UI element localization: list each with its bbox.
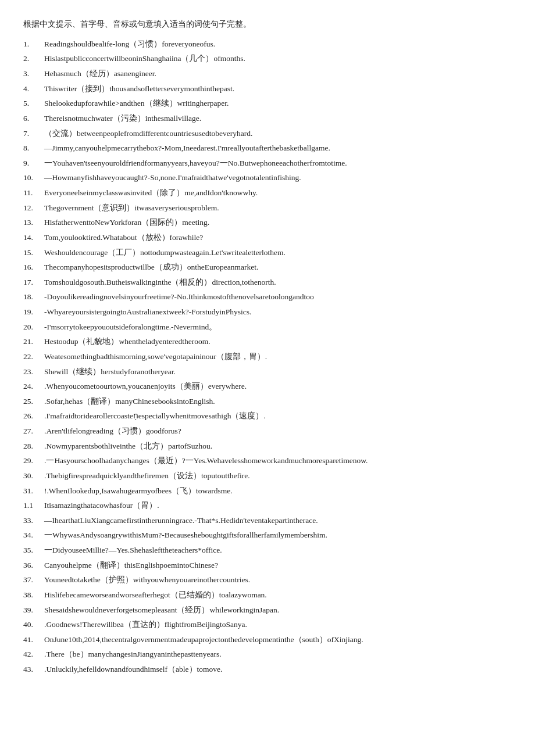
item-text: 一WhywasAndysoangrywithisMum?-Becausesheb… [44,528,327,542]
item-number: 18. [23,290,42,304]
item-text: Weshouldencourage（工厂）nottodumpwasteagain… [44,246,286,260]
item-text: Shelookedupforawhile>andthen（继续）writingh… [44,96,229,110]
item-text: Itisamazingthatacowhasfour（胃）. [44,499,159,513]
item-number: 3. [23,67,42,81]
list-item: 39.Shesaidshewouldneverforgetsomepleasan… [23,603,512,617]
item-text: Hestoodup（礼貌地）whentheladyenteredtheroom. [44,335,211,349]
item-text: -WhyareyoursistergoingtoAustralianextwee… [44,305,251,319]
item-number: 25. [23,395,42,409]
item-text: .Aren'tlifelongreading（习惯）goodforus? [44,424,181,438]
item-text: Youneedtotakethe（护照）withyouwhenyouareino… [44,573,250,587]
list-item: 4.Thiswriter（接到）thousandsofletterseverym… [23,82,512,96]
item-text: Thecompanyhopesitsproductwillbe（成功）onthe… [44,260,258,274]
item-number: 12. [23,201,42,215]
item-text: HisfatherwenttoNewYorkforan（国际的）meeting. [44,216,209,230]
list-item: 18.-Doyoulikereadingnovelsinyourfreetime… [23,290,512,304]
item-number: 34. [23,528,42,542]
item-number: 2. [23,52,42,66]
list-item: 11.Everyoneelseinmyclasswasinvited（除了）me… [23,186,512,200]
item-number: 31. [23,484,42,498]
item-text: .Goodnews!Therewillbea（直达的）flightfromBei… [44,618,247,632]
item-number: 13. [23,216,42,230]
list-item: 3.Hehasmuch（经历）asanengineer. [23,67,512,81]
list-item: 35.一DidyouseeMillie?—Yes.Shehasleftthete… [23,543,512,557]
list-item: 26..I'mafraidtoridearollercoasteṇespecia… [23,409,512,423]
item-number: 38. [23,588,42,602]
item-text: —IhearthatLiuXiangcamefirstintherunningr… [44,514,318,528]
item-text: .Nowmyparentsbothliveinthe（北方）partofSuzh… [44,439,212,453]
item-number: 33. [23,514,42,528]
list-item: 21.Hestoodup（礼貌地）whentheladyenteredthero… [23,335,512,349]
list-item: 29..一Hasyourschoolhadanychanges（最近）?一Yes… [23,454,512,468]
item-text: Everyoneelseinmyclasswasinvited（除了）me,an… [44,186,258,200]
item-number: 35. [23,543,42,557]
item-text: .Whenyoucometoourtown,youcanenjoyits（美丽）… [44,379,247,393]
list-item: 24..Whenyoucometoourtown,youcanenjoyits（… [23,379,512,393]
item-number: 7. [23,127,42,141]
item-number: 11. [23,186,42,200]
item-text: Thereisnotmuchwater（污染）inthesmallvillage… [44,112,201,126]
item-text: Tomshouldgosouth.Butheiswalkinginthe（相反的… [44,275,276,289]
list-item: 19.-WhyareyoursistergoingtoAustralianext… [23,305,512,319]
list-item: 43..Unluckily,hefelldownandfoundhimself（… [23,662,512,676]
item-number: 24. [23,379,42,393]
item-number: 39. [23,603,42,617]
item-text: OnJune10th,2014,thecentralgovernmentmade… [44,633,363,647]
list-item: 2.HislastpublicconcertwillbeoninShanghai… [23,52,512,66]
list-item: 10.—Howmanyfishhaveyoucaught?-So,none.I'… [23,171,512,185]
list-item: 34.一WhywasAndysoangrywithisMum?-Becauses… [23,528,512,542]
item-text: .I'mafraidtoridearollercoasteṇespecially… [44,409,266,423]
list-item: 28..Nowmyparentsbothliveinthe（北方）partofS… [23,439,512,453]
item-number: 42. [23,647,42,661]
list-item: 9.一Youhaven'tseenyouroldfriendformanyyea… [23,156,512,170]
item-text: （交流）betweenpeoplefromdifferentcountriesu… [44,127,252,141]
list-item: 7.（交流）betweenpeoplefromdifferentcountrie… [23,127,512,141]
item-text: .Thebigfirespreadquicklyandthefiremen（设法… [44,469,250,483]
item-text: 一Youhaven'tseenyouroldfriendformanyyears… [44,156,347,170]
item-number: 6. [23,112,42,126]
list-item: 31.!.WhenIlookedup,Isawahugearmyofbees（飞… [23,484,512,498]
item-number: 1.1 [23,499,42,513]
item-text: —Jimmy,canyouhelpmecarrythebox?-Mom,Inee… [44,141,330,155]
item-text: HislastpublicconcertwillbeoninShanghaiin… [44,52,245,66]
item-text: .There（be）manychangesinJiangyaninthepast… [44,647,222,661]
item-text: Tom,youlooktired.Whatabout（放松）forawhile? [44,231,203,245]
item-number: 40. [23,618,42,632]
item-number: 5. [23,96,42,110]
item-text: !.WhenIlookedup,Isawahugearmyofbees（飞）to… [44,484,233,498]
item-number: 9. [23,156,42,170]
item-text: Canyouhelpme（翻译）thisEnglishpoemintoChine… [44,558,218,572]
item-text: Readingshouldbealife-long（习惯）foreveryone… [44,37,215,51]
item-number: 17. [23,275,42,289]
item-number: 21. [23,335,42,349]
list-item: 6.Thereisnotmuchwater（污染）inthesmallvilla… [23,112,512,126]
item-number: 30. [23,469,42,483]
instruction: 根据中文提示、首字母、音标或句意填入适当的词使句子完整。 [23,17,512,31]
item-number: 27. [23,424,42,438]
item-number: 19. [23,305,42,319]
item-text: Thegovernment（意识到）itwasaveryseriousprobl… [44,201,219,215]
item-text: -I'msorrytokeepyououtsideforalongtime.-N… [44,320,217,334]
list-item: 38.Hislifebecameworseandworseafterhegot（… [23,588,512,602]
list-item: 16.Thecompanyhopesitsproductwillbe（成功）on… [23,260,512,274]
exercise-list: 1.Readingshouldbealife-long（习惯）foreveryo… [23,37,512,676]
item-number: 37. [23,573,42,587]
item-text: .Unluckily,hefelldownandfoundhimself（abl… [44,662,222,676]
item-text: —Howmanyfishhaveyoucaught?-So,none.I'maf… [44,171,301,185]
list-item: 1.Readingshouldbealife-long（习惯）foreveryo… [23,37,512,51]
list-item: 8.—Jimmy,canyouhelpmecarrythebox?-Mom,In… [23,141,512,155]
item-number: 10. [23,171,42,185]
item-text: Shesaidshewouldneverforgetsomepleasant（经… [44,603,279,617]
list-item: 17.Tomshouldgosouth.Butheiswalkinginthe（… [23,275,512,289]
item-number: 36. [23,558,42,572]
item-number: 1. [23,37,42,51]
item-number: 28. [23,439,42,453]
item-number: 16. [23,260,42,274]
list-item: 23.Shewill（继续）herstudyforanotheryear. [23,365,512,379]
list-item: 12.Thegovernment（意识到）itwasaveryseriouspr… [23,201,512,215]
list-item: 25..Sofar,hehas（翻译）manyChinesebooksintoE… [23,395,512,409]
list-item: 36.Canyouhelpme（翻译）thisEnglishpoemintoCh… [23,558,512,572]
list-item: 15.Weshouldencourage（工厂）nottodumpwasteag… [23,246,512,260]
item-text: Thiswriter（接到）thousandsofletterseverymon… [44,82,234,96]
item-number: 26. [23,409,42,423]
